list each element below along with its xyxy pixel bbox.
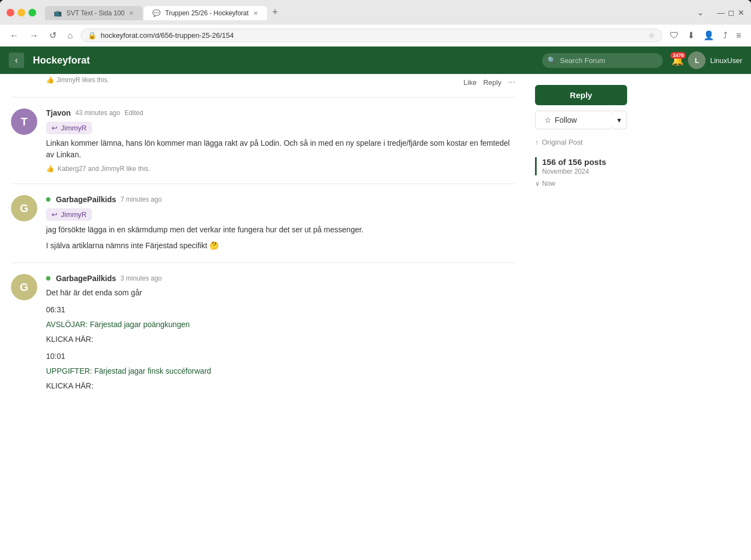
forum-header: ‹ Hockeyforat 🔔 2476 L LinuxUser bbox=[0, 47, 751, 74]
add-tab-button[interactable]: + bbox=[268, 4, 283, 20]
forum-header-right: 🔔 2476 L LinuxUser bbox=[672, 52, 742, 69]
avsl-link[interactable]: AVSLÖJAR: Färjestad jagar poängkungen bbox=[46, 320, 190, 329]
close-window-button[interactable]: ✕ bbox=[738, 8, 744, 17]
quote-arrow-icon: ↩ bbox=[52, 124, 58, 132]
home-button[interactable]: ⌂ bbox=[64, 28, 76, 43]
sidebar-follow-dropdown-button[interactable]: ▾ bbox=[612, 111, 627, 129]
follow-star-icon: ☆ bbox=[544, 116, 551, 124]
maximize-button[interactable] bbox=[29, 9, 36, 16]
tab-label-active: Truppen 25/26 - Hockeyforat bbox=[165, 9, 248, 17]
header-username: LinuxUser bbox=[710, 56, 742, 65]
post-link2-garbage2: UPPGIFTER: Färjestad jagar finsk succéfo… bbox=[46, 365, 515, 377]
bookmark-icon[interactable]: ☆ bbox=[648, 31, 655, 39]
post-tjavon: T Tjavon 43 minutes ago Edited ↩ JimmyR … bbox=[11, 100, 515, 181]
tab-close-active-icon[interactable]: ✕ bbox=[253, 10, 258, 17]
quote-username-garbage1: JimmyR bbox=[61, 210, 87, 219]
like-button-top[interactable]: Like bbox=[464, 78, 477, 87]
extensions-button[interactable]: 🛡 bbox=[667, 28, 682, 43]
post-text-garbage1: jag försökte lägga in en skärmdump men d… bbox=[46, 224, 515, 236]
tab-icon-active: 💬 bbox=[152, 9, 161, 17]
likes-text-top: JimmyR likes this. bbox=[56, 76, 109, 84]
avatar-letter-garbage1: G bbox=[20, 202, 29, 215]
tab-close-icon[interactable]: ✕ bbox=[129, 10, 134, 17]
post-separator-1 bbox=[11, 97, 515, 98]
reply-button-top[interactable]: Reply bbox=[483, 78, 501, 87]
now-icon: ∨ bbox=[535, 180, 540, 187]
more-button-top[interactable]: ··· bbox=[508, 77, 515, 87]
avatar-garbage1: G bbox=[11, 195, 37, 221]
post-time2-garbage2: 10:01 bbox=[46, 351, 515, 362]
post-garbage1: G GarbagePailkids 7 minutes ago ↩ JimmyR… bbox=[11, 186, 515, 260]
post-likes-tjavon: 👍 Kaberg27 and JimmyR like this. bbox=[46, 165, 515, 173]
minimize-window-button[interactable]: — bbox=[717, 8, 725, 17]
post-text2-garbage1: I själva artiklarna nämns inte Färjestad… bbox=[46, 240, 515, 252]
close-button[interactable] bbox=[7, 9, 14, 16]
username-garbage1[interactable]: GarbagePailkids bbox=[56, 195, 116, 204]
search-container bbox=[542, 53, 663, 68]
avatar-tjavon: T bbox=[11, 108, 37, 135]
download-button[interactable]: ⬇ bbox=[684, 28, 698, 43]
username-garbage2[interactable]: GarbagePailkids bbox=[56, 274, 116, 283]
avatar-garbage2: G bbox=[11, 274, 37, 300]
forum-back-button[interactable]: ‹ bbox=[9, 53, 24, 68]
forum-main: 👍 JimmyR likes this. Like Reply ··· T Tj… bbox=[0, 74, 526, 560]
avatar-letter-tjavon: T bbox=[21, 116, 27, 128]
post-quote-tjavon[interactable]: ↩ JimmyR bbox=[46, 122, 92, 134]
sidebar-now[interactable]: ∨ Now bbox=[535, 180, 627, 187]
post-body-garbage2: GarbagePailkids 3 minutes ago Det här är… bbox=[46, 274, 515, 392]
uppg-link[interactable]: UPPGIFTER: Färjestad jagar finsk succéfo… bbox=[46, 367, 211, 375]
likes-actions-top: Like Reply ··· bbox=[464, 77, 515, 87]
original-post-icon: ↑ bbox=[535, 138, 539, 146]
window-action-buttons: — ◻ ✕ bbox=[717, 8, 744, 17]
tab-label: SVT Text - Sida 100 bbox=[66, 9, 124, 17]
post-intro-garbage2: Det här är det enda som går bbox=[46, 287, 515, 299]
online-dot-garbage2 bbox=[46, 276, 50, 281]
back-button[interactable]: ← bbox=[7, 28, 22, 43]
tab-overflow-button[interactable]: ⌄ bbox=[692, 5, 708, 20]
post-header-garbage2: GarbagePailkids 3 minutes ago bbox=[46, 274, 515, 283]
likes-text-tjavon: Kaberg27 and JimmyR like this. bbox=[58, 165, 150, 173]
browser-titlebar: 📺 SVT Text - Sida 100 ✕ 💬 Truppen 25/26 … bbox=[0, 0, 751, 25]
minimize-button[interactable] bbox=[18, 9, 25, 16]
address-bar[interactable]: 🔒 hockeyforat.com/d/656-truppen-25-26/15… bbox=[81, 28, 662, 42]
sidebar-follow-row: ☆ Follow ▾ bbox=[535, 111, 627, 129]
post-body-tjavon: Tjavon 43 minutes ago Edited ↩ JimmyR Li… bbox=[46, 108, 515, 173]
menu-button[interactable]: ≡ bbox=[733, 28, 744, 43]
tab-bar: 📺 SVT Text - Sida 100 ✕ 💬 Truppen 25/26 … bbox=[45, 4, 688, 20]
window-controls bbox=[7, 9, 36, 16]
post-separator-3 bbox=[11, 262, 515, 263]
forum-title: Hockeyforat bbox=[33, 55, 533, 66]
sidebar-follow-button[interactable]: ☆ Follow bbox=[535, 111, 612, 129]
post-time-tjavon: 43 minutes ago bbox=[75, 109, 120, 117]
browser-nav: ← → ↺ ⌂ 🔒 hockeyforat.com/d/656-truppen-… bbox=[0, 25, 751, 47]
share-button[interactable]: ⤴ bbox=[720, 28, 731, 43]
header-avatar: L bbox=[688, 52, 706, 69]
security-icon: 🔒 bbox=[88, 31, 96, 39]
username-tjavon[interactable]: Tjavon bbox=[46, 108, 71, 117]
account-button[interactable]: 👤 bbox=[700, 28, 718, 43]
avatar-letter-garbage2: G bbox=[20, 281, 29, 294]
posts-count-section: 156 of 156 posts November 2024 bbox=[535, 157, 627, 175]
tab-truppen[interactable]: 💬 Truppen 25/26 - Hockeyforat ✕ bbox=[144, 6, 266, 20]
header-avatar-initial: L bbox=[695, 56, 699, 65]
restore-window-button[interactable]: ◻ bbox=[728, 8, 735, 17]
notification-badge: 2476 bbox=[670, 52, 686, 59]
post-edited-tjavon: Edited bbox=[124, 109, 143, 117]
post-time1-garbage2: 06:31 bbox=[46, 304, 515, 316]
tab-icon: 📺 bbox=[54, 9, 62, 17]
search-input[interactable] bbox=[542, 53, 663, 68]
post-header-garbage1: GarbagePailkids 7 minutes ago bbox=[46, 195, 515, 204]
post-link1-garbage2: AVSLÖJAR: Färjestad jagar poängkungen bbox=[46, 319, 515, 330]
refresh-button[interactable]: ↺ bbox=[46, 28, 60, 43]
sidebar-original-post[interactable]: ↑ Original Post bbox=[535, 138, 627, 146]
post-garbage2: G GarbagePailkids 3 minutes ago Det här … bbox=[11, 265, 515, 401]
post-quote-garbage1[interactable]: ↩ JimmyR bbox=[46, 208, 92, 221]
tab-svt-text[interactable]: 📺 SVT Text - Sida 100 ✕ bbox=[45, 6, 143, 20]
sidebar-reply-button[interactable]: Reply bbox=[535, 85, 627, 105]
quote-arrow-icon-2: ↩ bbox=[52, 210, 58, 219]
forward-button[interactable]: → bbox=[26, 28, 42, 43]
posts-count-bar: 156 of 156 posts November 2024 bbox=[535, 157, 606, 175]
post-click2-garbage2: KLICKA HÄR: bbox=[46, 380, 515, 392]
notification-bell[interactable]: 🔔 2476 bbox=[672, 54, 684, 66]
likes-text-row: 👍 JimmyR likes this. bbox=[46, 76, 109, 84]
